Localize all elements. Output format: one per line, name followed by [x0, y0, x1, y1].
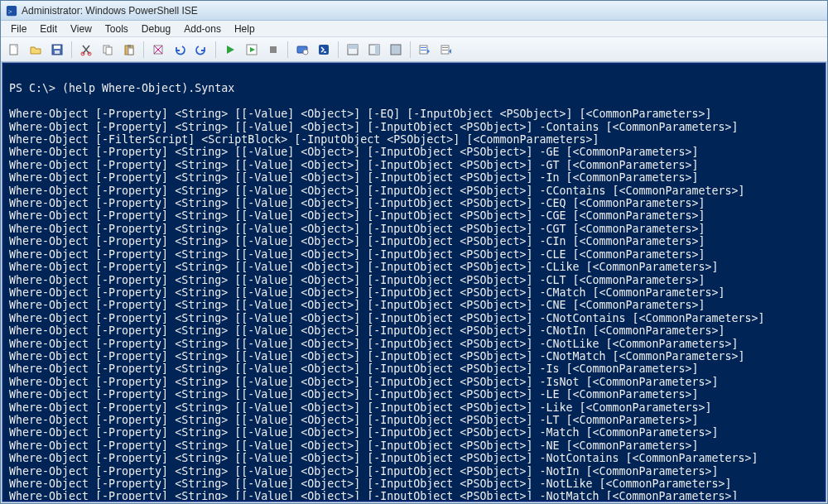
run-icon[interactable]	[220, 40, 240, 60]
svg-rect-4	[54, 46, 60, 49]
menu-view[interactable]: View	[64, 22, 99, 36]
cut-icon[interactable]	[76, 40, 96, 60]
svg-rect-22	[375, 45, 379, 55]
svg-rect-11	[128, 45, 131, 47]
svg-rect-29	[442, 50, 448, 50]
svg-rect-5	[55, 50, 60, 54]
menu-debug[interactable]: Debug	[135, 22, 177, 36]
commands-icon[interactable]	[415, 40, 435, 60]
titlebar[interactable]: > Administrator: Windows PowerShell ISE	[1, 1, 827, 21]
copy-icon[interactable]	[98, 40, 118, 60]
menu-addons[interactable]: Add-ons	[177, 22, 228, 36]
svg-rect-9	[106, 47, 112, 55]
clear-icon[interactable]	[148, 40, 168, 60]
svg-rect-28	[442, 47, 448, 48]
svg-rect-26	[421, 50, 426, 50]
save-icon[interactable]	[47, 40, 67, 60]
console-pane[interactable]: PS C:\> (help Where-Object).Syntax Where…	[2, 63, 826, 502]
stop-icon[interactable]	[263, 40, 283, 60]
paste-icon[interactable]	[119, 40, 139, 60]
run-selection-icon[interactable]	[242, 40, 262, 60]
script-max-icon[interactable]	[386, 40, 406, 60]
toolbar-separator	[71, 41, 72, 58]
menu-tools[interactable]: Tools	[99, 22, 135, 36]
toolbar-separator	[143, 41, 144, 58]
svg-rect-20	[348, 45, 358, 49]
svg-rect-15	[270, 46, 277, 53]
redo-icon[interactable]	[191, 40, 211, 60]
new-icon[interactable]	[4, 40, 24, 60]
svg-rect-25	[421, 47, 426, 48]
ise-icon: >	[6, 5, 17, 17]
menu-file[interactable]: File	[4, 22, 33, 36]
window-title: Administrator: Windows PowerShell ISE	[22, 5, 198, 17]
script-right-icon[interactable]	[364, 40, 384, 60]
menu-help[interactable]: Help	[228, 22, 262, 36]
open-icon[interactable]	[26, 40, 46, 60]
toolbar	[1, 37, 827, 62]
svg-text:>: >	[8, 7, 12, 15]
script-top-icon[interactable]	[343, 40, 363, 60]
toolbar-separator	[338, 41, 339, 58]
menu-edit[interactable]: Edit	[33, 22, 64, 36]
addon-icon[interactable]	[436, 40, 456, 60]
toolbar-separator	[410, 41, 411, 58]
toolbar-separator	[287, 41, 288, 58]
svg-rect-12	[128, 48, 133, 55]
svg-rect-23	[391, 45, 401, 55]
toolbar-separator	[215, 41, 216, 58]
remote-icon[interactable]	[292, 40, 312, 60]
powershell-icon[interactable]	[314, 40, 334, 60]
svg-point-17	[303, 50, 308, 55]
undo-icon[interactable]	[170, 40, 190, 60]
console-output[interactable]: PS C:\> (help Where-Object).Syntax Where…	[4, 65, 824, 500]
menubar: FileEditViewToolsDebugAdd-onsHelp	[1, 21, 827, 37]
